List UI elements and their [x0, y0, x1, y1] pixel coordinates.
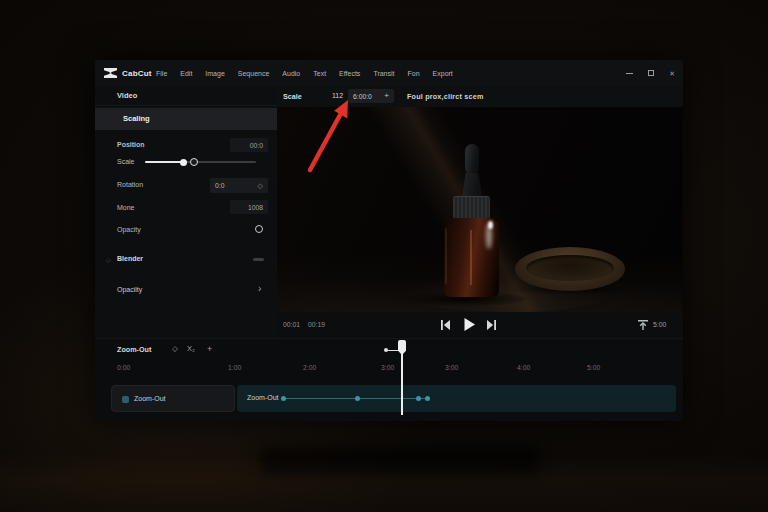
total-duration: 00:19: [308, 321, 325, 328]
minimize-icon[interactable]: [626, 73, 633, 74]
rotation-value: 0:0: [215, 182, 224, 189]
clip-effect-icon: [122, 396, 129, 403]
section-scaling-label: Scaling: [123, 114, 150, 123]
ruler-tick-6: 5:00: [587, 364, 600, 371]
menu-item-text[interactable]: Text: [313, 70, 326, 77]
ruler-tick-4: 3:00: [445, 364, 458, 371]
menu-item-file[interactable]: File: [156, 70, 167, 77]
preview-viewport[interactable]: [277, 107, 683, 312]
ruler-tick-3: 3:00: [381, 364, 394, 371]
clip-1-label: Zoom-Out: [134, 395, 166, 402]
menu-item-edit[interactable]: Edit: [180, 70, 192, 77]
ruler-tick-2: 2:00: [303, 364, 316, 371]
scale-slider-ghost-knob[interactable]: [190, 158, 198, 166]
menu-item-effects[interactable]: Effects: [339, 70, 360, 77]
app-logo: CabCut: [95, 68, 155, 78]
opacity-label: Opacity: [117, 226, 141, 233]
menu-item-audio[interactable]: Audio: [282, 70, 300, 77]
rotation-input[interactable]: 0:0 ◇: [210, 178, 268, 193]
opacity2-label: Opaciity: [117, 286, 142, 293]
maximize-icon[interactable]: [648, 70, 654, 76]
timeline-clip-1[interactable]: Zoom-Out: [111, 385, 235, 412]
scale-slider-fill: [145, 161, 184, 163]
play-button-icon[interactable]: [462, 317, 476, 332]
blender-toggle[interactable]: [253, 258, 264, 261]
keyframe-dot[interactable]: [416, 396, 421, 401]
menu-bar: File Edit Image Sequence Audio Text Effe…: [155, 70, 453, 77]
sequence-end-time: 5:00: [653, 321, 666, 328]
inspector-panel: Video Scaling Position 00:0 Scale Rotati…: [95, 86, 277, 338]
close-icon[interactable]: ✕: [669, 70, 675, 77]
keyframe-dot[interactable]: [425, 396, 430, 401]
menu-item-export[interactable]: Export: [433, 70, 453, 77]
section-scaling[interactable]: Scaling: [95, 108, 277, 130]
preview-pane: Scale 112 6:00:0 + Foul prox,clirct scem: [277, 86, 683, 338]
window-controls: ✕: [626, 60, 675, 86]
ruler-tick-0: 0:00: [117, 364, 130, 371]
transport-bar: 00:01 00:19 5:00: [277, 312, 683, 338]
skip-forward-icon[interactable]: [486, 319, 497, 331]
current-time: 00:01: [283, 321, 300, 328]
x2-tool-icon[interactable]: X₂: [187, 345, 195, 353]
opacity-dial-icon[interactable]: [255, 225, 263, 233]
preview-scale-label: Scale: [283, 92, 302, 101]
fit-to-screen-icon[interactable]: [637, 319, 649, 331]
preview-hint-text: Foul prox,clirct scem: [407, 92, 484, 101]
playhead-line[interactable]: [401, 354, 403, 415]
mone-label: Mone: [117, 204, 135, 211]
position-value-box[interactable]: 00:0: [230, 138, 268, 152]
clip-2-label: Zoom-Out: [247, 394, 279, 401]
blender-bullet-icon: ◇: [106, 256, 111, 263]
playhead-handle[interactable]: [398, 340, 406, 355]
scale-slider-knob[interactable]: [180, 159, 187, 166]
timecode-box[interactable]: 6:00:0 +: [348, 89, 394, 103]
timeline-panel: Zoom-Out ◇ X₂ + 0:00 1:00 2:00 3:00 3:00…: [95, 338, 683, 421]
preview-toolbar: Scale 112 6:00:0 + Foul prox,clirct scem: [277, 86, 683, 107]
mone-value-box[interactable]: 1008: [230, 200, 268, 214]
timeline-tool-label: Zoom-Out: [117, 345, 151, 354]
menu-item-sequence[interactable]: Sequence: [238, 70, 270, 77]
ruler-tick-1: 1:00: [228, 364, 241, 371]
inspector-header: Video: [95, 86, 277, 106]
scale-label: Scale: [117, 158, 135, 165]
menu-item-transit[interactable]: Transit: [373, 70, 394, 77]
timecode-value: 6:00:0: [353, 93, 372, 100]
add-keyframe-icon[interactable]: +: [207, 345, 212, 354]
opacity2-chevron-icon[interactable]: ›: [258, 284, 261, 294]
mone-value: 1008: [248, 204, 263, 211]
titlebar: CabCut File Edit Image Sequence Audio Te…: [95, 60, 683, 86]
timeline-clip-2[interactable]: Zoom-Out: [237, 385, 676, 412]
app-window: CabCut File Edit Image Sequence Audio Te…: [95, 60, 683, 421]
capcut-logo-icon: [104, 68, 117, 78]
ruler-tick-5: 4:00: [517, 364, 530, 371]
desk-photo-scene: CabCut File Edit Image Sequence Audio Te…: [0, 0, 768, 512]
position-label: Position: [117, 141, 145, 148]
keyframe-diamond-icon[interactable]: ◇: [172, 345, 178, 353]
timecode-plus-button[interactable]: +: [384, 92, 389, 100]
inspector-header-label: Video: [117, 91, 137, 100]
keyframe-dot[interactable]: [281, 396, 286, 401]
position-value: 00:0: [250, 142, 263, 149]
menu-item-image[interactable]: Image: [205, 70, 224, 77]
rotation-label: Rotation: [117, 181, 143, 188]
skip-back-icon[interactable]: [440, 319, 451, 331]
menu-item-fon[interactable]: Fon: [408, 70, 420, 77]
blender-label: Blender: [117, 255, 143, 262]
app-name: CabCut: [122, 69, 152, 78]
rotation-stepper-icon[interactable]: ◇: [258, 182, 263, 189]
viewport-vignette: [277, 107, 683, 312]
monitor-stand-shadow: [260, 446, 540, 474]
preview-scale-value: 112: [332, 92, 343, 99]
keyframe-dot[interactable]: [355, 396, 360, 401]
